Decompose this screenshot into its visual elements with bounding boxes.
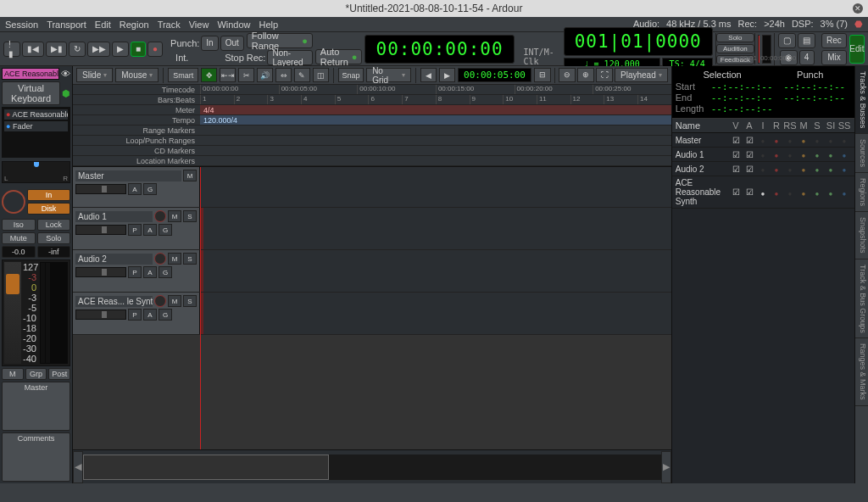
ruler-barsbeats[interactable]: Bars:Beats [73,95,200,104]
col-a[interactable] [743,187,756,197]
track-rec-button[interactable] [154,295,166,307]
goto-end-button[interactable]: ▶▮ [46,42,67,57]
track-s[interactable]: S [183,210,197,222]
menu-window[interactable]: Window [217,20,250,30]
track-a[interactable]: A [143,224,157,236]
track-g[interactable]: G [159,224,172,236]
col-v[interactable] [729,187,743,197]
track-name[interactable]: Master [75,170,181,181]
list-item[interactable]: Master [672,133,854,148]
post-button[interactable]: Post [48,368,70,380]
sync-source[interactable]: Int. [170,53,193,63]
track-header[interactable]: Audio 2MSPAG [73,250,200,292]
track-rec-button[interactable] [154,210,166,222]
tab-regions[interactable]: Regions [855,173,868,212]
play-button[interactable]: ▶ [112,42,129,57]
col-s[interactable] [810,187,824,198]
track-g[interactable]: G [143,183,157,195]
tool-range[interactable]: ⇤⇥ [220,68,236,82]
col-i[interactable] [756,149,770,159]
tool-cut[interactable]: ✂ [238,68,254,82]
col-rs[interactable] [783,164,797,174]
rec-mode-button[interactable]: Non-Layered [267,50,312,65]
m-button[interactable]: M [2,368,24,380]
tab-tracks[interactable]: Tracks & Busses [855,66,868,134]
col-si[interactable] [824,187,837,198]
track-m[interactable]: M [168,295,181,307]
track-a[interactable]: A [128,183,142,195]
nudge-clock[interactable]: 00:00:05:00 [458,68,531,82]
tab-snapshots[interactable]: Snapshots [855,212,868,259]
nudge-fwd-button[interactable]: ▶ [439,68,455,82]
solo-button[interactable]: Solo [37,232,71,244]
track-p[interactable]: P [128,224,142,236]
col-ss[interactable] [837,164,851,174]
col-r[interactable] [770,187,783,198]
col-r[interactable] [770,149,783,159]
solo-alert-button[interactable]: Solo [716,33,754,42]
close-icon[interactable]: ✕ [853,3,863,14]
track-row[interactable]: MasterMAG [73,167,671,208]
track-header[interactable]: Audio 1MSPAG [73,208,200,249]
col-v[interactable] [729,150,743,159]
ruler-range[interactable]: Range Markers [73,126,200,135]
output-button[interactable]: Master [2,382,70,431]
col-i[interactable] [756,135,770,145]
track-m[interactable]: M [168,253,181,265]
strip-record-button[interactable] [2,190,25,214]
col-m[interactable] [797,135,810,145]
track-lane[interactable] [200,167,671,207]
strip-name[interactable]: ACE Reasonable Synth [2,68,59,80]
list-item[interactable]: Audio 2 [672,162,854,176]
track-row[interactable]: Audio 1MSPAG [73,208,671,250]
track-p[interactable]: P [128,309,142,321]
secondary-clock[interactable]: 001|01|0000 [564,27,713,56]
tool-audition[interactable]: 🔊 [257,68,273,82]
track-fader[interactable] [75,184,126,194]
zoom-focus-select[interactable]: Playhead [615,68,668,82]
track-g[interactable]: G [159,309,172,321]
auto-return-button[interactable]: Auto Return ● [315,49,363,64]
track-fader[interactable] [75,267,126,277]
track-lane[interactable] [200,293,671,334]
col-rs[interactable] [783,149,797,159]
gain-display[interactable]: -0.0 [2,246,36,258]
menu-track[interactable]: Track [158,20,181,30]
edit-tab-button[interactable]: Edit [849,35,865,64]
track-rec-button[interactable] [154,253,166,265]
col-ss[interactable] [837,149,851,159]
comments-button[interactable]: Comments [2,432,70,482]
layer-button[interactable]: ▤ [798,33,815,48]
col-a[interactable] [743,165,756,174]
punch-out-button[interactable]: Out [220,36,244,51]
error-log-icon[interactable]: ⬣ [854,19,863,30]
nudge-back-button[interactable]: ◀ [420,68,437,82]
mini-timeline[interactable]: 00:00:00:00 00:01 [758,35,760,64]
edit-mode-select[interactable]: Slide [76,68,113,82]
canvas[interactable]: MasterMAGAudio 1MSPAGAudio 2MSPAGACE Rea… [73,167,671,449]
menu-transport[interactable]: Transport [47,20,86,30]
tab-groups[interactable]: Track & Bus Groups [855,259,868,339]
smart-button[interactable]: Smart [168,68,198,82]
screenset-button[interactable]: ▢ [778,33,796,48]
col-si[interactable] [824,149,837,159]
midi-panic-button[interactable]: !▮ [3,42,20,57]
track-m[interactable]: M [168,210,181,222]
grp-button[interactable]: Grp [25,368,47,380]
tab-sources[interactable]: Sources [855,134,868,173]
track-name[interactable]: ACE Reas... le Synth [75,296,153,307]
iso-button[interactable]: Iso [2,219,36,231]
track-s[interactable]: S [183,253,197,265]
track-s[interactable]: S [183,295,197,307]
col-s[interactable] [810,164,824,174]
track-header[interactable]: MasterMAG [73,167,200,207]
col-ss[interactable] [837,187,851,198]
track-list[interactable]: MasterAudio 1Audio 2ACE Reasonable Synth [672,133,854,483]
playhead[interactable] [200,167,201,449]
zoom-out-button[interactable]: ⊖ [559,68,576,82]
vk-button[interactable]: Virtual Keyboard [2,81,60,105]
tool-stretch[interactable]: ⇔ [275,68,292,82]
snap-button[interactable]: Snap [338,68,364,82]
stop-button[interactable]: ■ [131,42,146,57]
tool-draw[interactable]: ✎ [294,68,310,82]
